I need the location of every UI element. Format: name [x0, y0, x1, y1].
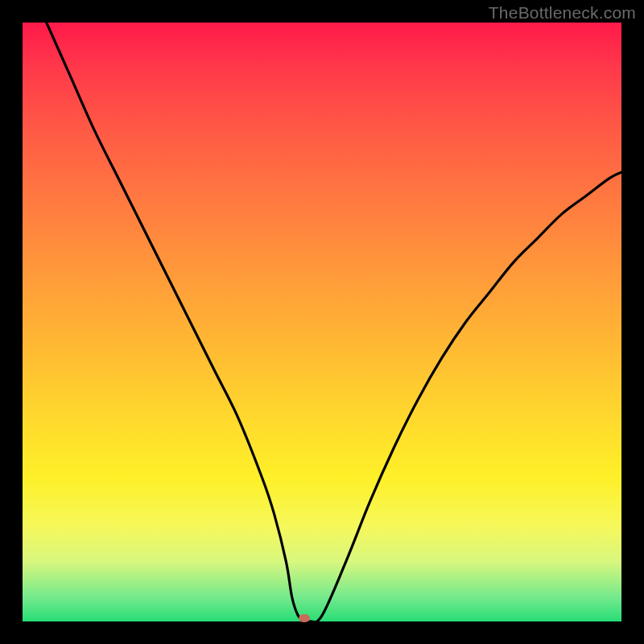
plot-area	[23, 23, 621, 621]
watermark-text: TheBottleneck.com	[489, 3, 636, 23]
minimum-marker	[299, 614, 310, 622]
chart-frame: TheBottleneck.com	[0, 0, 644, 644]
curve-svg	[23, 23, 621, 621]
bottleneck-curve	[47, 23, 621, 621]
